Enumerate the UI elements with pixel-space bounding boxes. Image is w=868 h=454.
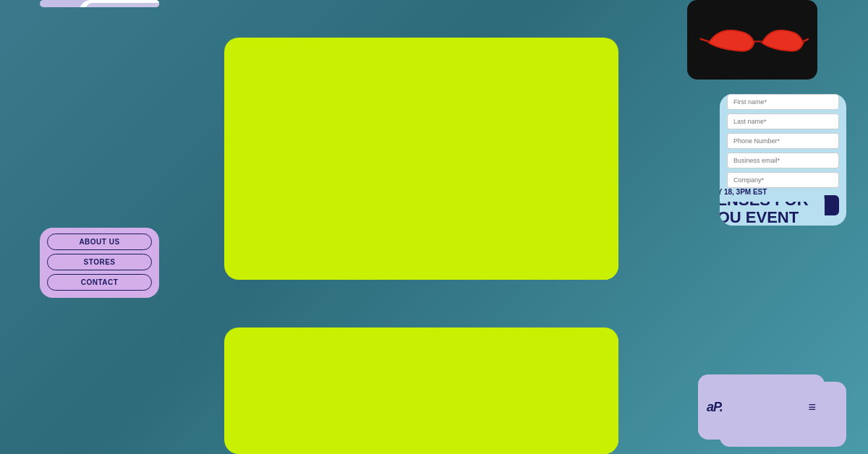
last-name-field[interactable] [727, 113, 839, 129]
about-us-button[interactable]: ABOUT US [47, 234, 152, 250]
small-brand-logo: aP. [707, 400, 723, 415]
phone-field[interactable] [727, 133, 839, 149]
card-brand-small: aP. ≡ [720, 382, 846, 447]
product-grid: STOP [448, 367, 618, 454]
card-product-grid: aP. Products About Stores 🛒 3 STOP [224, 327, 618, 454]
small-card-header: aP. ≡ [698, 374, 825, 440]
email-field[interactable] [727, 153, 839, 168]
event-date: MAY 18, 3PM EST [720, 188, 825, 202]
first-name-field[interactable] [727, 94, 839, 110]
registration-form [720, 94, 846, 188]
navigation-buttons: ABOUT US STORES CONTACT [40, 228, 159, 291]
company-field[interactable] [727, 172, 839, 188]
card-tablet-product [687, 0, 817, 80]
hero-content: COLLECTION 2023 IS HERE [448, 75, 618, 280]
card-main-hero: aP. Products About Stores 🛒 2 COLLECTION… [224, 38, 618, 280]
card-event-registration: aP. ≡ LENSES FOR YOU EVENT MAY 18, 3PM E… [720, 94, 846, 226]
contact-button[interactable]: CONTACT [47, 274, 152, 291]
small-menu-icon[interactable]: ≡ [808, 400, 816, 415]
stores-button[interactable]: STORES [47, 254, 152, 270]
product-image-green [85, 3, 159, 7]
card-new-collection-mobile: aP. ≡ NEW COLLECTION ABOUT US STORES CON… [40, 228, 159, 298]
card-product-mobile: ADD TO CART [40, 0, 159, 7]
